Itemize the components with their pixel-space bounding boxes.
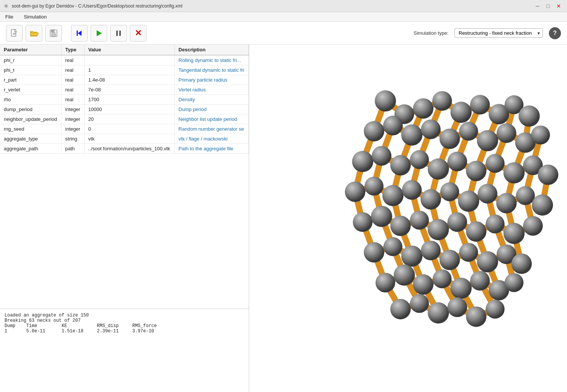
cell-value[interactable]: 20: [84, 114, 174, 124]
svg-point-159: [531, 125, 550, 144]
svg-rect-6: [54, 30, 55, 32]
cell-type: path: [61, 144, 84, 154]
svg-point-160: [352, 151, 373, 172]
svg-point-172: [365, 177, 384, 196]
table-row: aggregate_type string vtk vtk / flage / …: [0, 134, 249, 144]
svg-point-173: [382, 185, 404, 206]
svg-point-181: [532, 194, 553, 216]
cell-value[interactable]: 7e-08: [84, 85, 174, 95]
toolbar: ✕ Simulation type: Restructuring - fixed…: [0, 22, 567, 45]
cell-type: real: [61, 75, 84, 85]
play-button[interactable]: [91, 25, 107, 42]
cell-parameter: rng_seed: [0, 124, 61, 134]
cell-value[interactable]: 0: [84, 124, 174, 134]
svg-point-150: [364, 121, 384, 141]
cell-description: Dump period: [174, 105, 248, 114]
svg-point-155: [459, 122, 478, 140]
menu-simulation[interactable]: Simulation: [22, 13, 49, 20]
svg-point-188: [466, 221, 486, 242]
table-row: neighbor_update_period integer 20 Neighb…: [0, 114, 249, 124]
svg-point-206: [470, 271, 490, 290]
main-content: Parameter Type Value Description phi_r r…: [0, 45, 567, 392]
svg-point-213: [466, 307, 486, 327]
svg-point-202: [394, 264, 415, 286]
svg-marker-9: [97, 30, 102, 36]
cell-parameter: r_verlet: [0, 85, 61, 95]
svg-point-182: [353, 212, 373, 232]
svg-point-185: [410, 211, 429, 230]
save-button[interactable]: [45, 25, 62, 42]
table-row: rng_seed integer 0 Random number generat…: [0, 124, 249, 134]
svg-point-162: [390, 155, 411, 176]
svg-marker-7: [78, 31, 82, 36]
cell-value[interactable]: [84, 55, 174, 65]
cell-value[interactable]: 1: [84, 65, 174, 75]
parameter-table: Parameter Type Value Description phi_r r…: [0, 45, 249, 154]
right-panel: [249, 45, 567, 392]
svg-point-175: [421, 189, 441, 210]
svg-point-210: [410, 294, 429, 313]
cell-description: Path to the aggregate file: [174, 144, 248, 154]
svg-rect-11: [119, 31, 121, 36]
help-button[interactable]: ?: [549, 27, 561, 39]
svg-point-141: [375, 90, 396, 111]
cell-parameter: r_part: [0, 75, 61, 85]
svg-rect-10: [116, 31, 118, 36]
simulation-type-select[interactable]: Restructuring - fixed neck fractionRestr…: [455, 28, 543, 38]
cell-value[interactable]: ../soot formation/run/particles_100.vtk: [84, 144, 174, 154]
cell-parameter: phi_r: [0, 55, 61, 65]
svg-point-157: [497, 123, 516, 143]
svg-point-192: [364, 242, 384, 262]
svg-point-168: [504, 162, 525, 184]
cell-type: real: [61, 95, 84, 105]
cell-value[interactable]: 1.4e-08: [84, 75, 174, 85]
menu-file[interactable]: File: [3, 13, 15, 20]
table-row: r_verlet real 7e-08 Verlet radius: [0, 85, 249, 95]
cell-parameter: dump_period: [0, 105, 61, 114]
cell-description: Random number generator se: [174, 124, 248, 134]
cell-description: Primary particle radius: [174, 75, 248, 85]
new-button[interactable]: [6, 25, 23, 42]
svg-point-197: [459, 243, 478, 262]
cell-type: real: [61, 55, 84, 65]
svg-point-193: [384, 237, 402, 256]
stop-button[interactable]: ✕: [130, 25, 146, 42]
left-panel: Parameter Type Value Description phi_r r…: [0, 45, 249, 392]
cell-type: integer: [61, 124, 84, 134]
cell-type: integer: [61, 114, 84, 124]
svg-point-212: [447, 297, 467, 317]
table-row: phi_t real 1 Tangential dynamic to stati…: [0, 65, 249, 75]
maximize-button[interactable]: □: [544, 2, 553, 11]
cell-value[interactable]: vtk: [84, 134, 174, 144]
svg-point-209: [390, 299, 411, 319]
open-button[interactable]: [26, 25, 42, 42]
cell-description: Rolling dynamic to static fri...: [174, 55, 248, 65]
pause-button[interactable]: [110, 25, 127, 42]
table-row: dump_period integer 10000 Dump period: [0, 105, 249, 114]
svg-point-189: [485, 215, 504, 233]
svg-point-152: [401, 124, 422, 145]
svg-point-187: [447, 212, 467, 232]
cell-value[interactable]: 1700: [84, 95, 174, 105]
cell-type: string: [61, 134, 84, 144]
cell-description: Density: [174, 95, 248, 105]
svg-point-191: [523, 216, 543, 236]
close-button[interactable]: ✕: [554, 2, 563, 11]
cell-value[interactable]: 10000: [84, 105, 174, 114]
cell-parameter: phi_t: [0, 65, 61, 75]
table-row: r_part real 1.4e-08 Primary particle rad…: [0, 75, 249, 85]
svg-point-164: [428, 159, 449, 180]
cell-parameter: rho: [0, 95, 61, 105]
table-row: phi_r real Rolling dynamic to static fri…: [0, 55, 249, 65]
svg-point-143: [413, 98, 433, 119]
svg-point-171: [345, 182, 365, 202]
cell-description: Verlet radius: [174, 85, 248, 95]
svg-point-170: [538, 165, 558, 185]
skip-to-start-button[interactable]: [71, 25, 88, 42]
svg-point-194: [401, 245, 422, 267]
svg-point-184: [390, 216, 411, 236]
svg-point-211: [428, 302, 449, 324]
minimize-button[interactable]: ─: [533, 2, 542, 11]
parameter-table-container: Parameter Type Value Description phi_r r…: [0, 45, 249, 309]
cell-type: real: [61, 65, 84, 75]
